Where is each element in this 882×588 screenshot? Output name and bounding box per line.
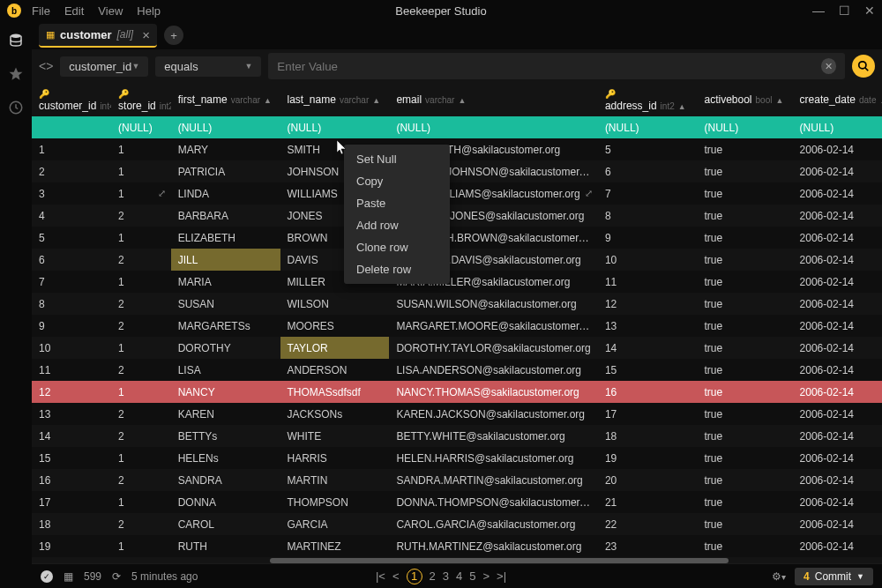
cell[interactable]: 17 (598, 403, 698, 425)
filter-value-input[interactable] (277, 60, 820, 73)
cell[interactable]: 2006-02-14 (793, 425, 882, 447)
cell[interactable]: HARRIS (280, 447, 390, 469)
cell[interactable]: 12 (32, 381, 111, 403)
column-header-store_id[interactable]: 🔑store_idint2▲ (111, 83, 171, 116)
cell[interactable]: MARGARETSs (171, 315, 280, 337)
column-header-customer_id[interactable]: 🔑customer_idint4▲ (32, 83, 111, 116)
expand-icon[interactable]: ⤢ (585, 188, 593, 199)
cell[interactable]: DONNA (171, 491, 280, 513)
cell[interactable]: true (697, 249, 792, 271)
cell[interactable]: true (697, 359, 792, 381)
cell[interactable]: 2006-02-14 (793, 337, 882, 359)
cell[interactable]: 2 (111, 469, 171, 491)
star-icon[interactable] (7, 65, 25, 83)
cell[interactable]: DOROTHY (171, 337, 280, 359)
cell[interactable]: 2 (111, 557, 171, 563)
cell[interactable]: true (697, 447, 792, 469)
search-button[interactable] (852, 55, 875, 78)
cell[interactable]: JILL (171, 249, 280, 271)
cell[interactable]: true (697, 425, 792, 447)
cell[interactable]: LISA.ANDERSON@sakilacustomer.org (389, 359, 597, 381)
null-cell[interactable] (32, 116, 111, 138)
page-first[interactable]: |< (376, 569, 385, 583)
cell[interactable]: 2 (111, 249, 171, 271)
code-icon[interactable]: <> (39, 59, 53, 73)
table-row[interactable]: 162SANDRAMARTINSANDRA.MARTIN@sakilacusto… (32, 469, 882, 491)
cell[interactable]: MOORES (280, 315, 390, 337)
context-menu-item[interactable]: Set Null (344, 148, 450, 170)
table-row[interactable]: 171DONNATHOMPSONDONNA.THOMPSON@sakilacus… (32, 491, 882, 513)
null-cell[interactable]: (NULL) (111, 116, 171, 138)
cell[interactable]: 1 (111, 227, 171, 249)
cell[interactable]: 8 (32, 293, 111, 315)
cell[interactable]: true (697, 337, 792, 359)
cell[interactable]: 10 (598, 249, 698, 271)
cell[interactable]: 7 (32, 271, 111, 293)
cell[interactable]: 1 (32, 138, 111, 160)
cell[interactable]: HELENs (171, 447, 280, 469)
cell[interactable]: 2006-02-14 (793, 403, 882, 425)
cell[interactable]: CAROL.GARCIA@sakilacustomer.org (389, 513, 597, 535)
cell[interactable]: 11 (598, 271, 698, 293)
cell[interactable]: 21 (598, 491, 698, 513)
cell[interactable]: true (697, 491, 792, 513)
cell[interactable]: 4 (32, 205, 111, 227)
cell[interactable]: SANDRA.MARTIN@sakilacustomer.org (389, 469, 597, 491)
cell[interactable]: 13 (32, 403, 111, 425)
column-header-last_name[interactable]: last_namevarchar▲ (280, 83, 390, 116)
cell[interactable]: MARY (171, 138, 280, 160)
context-menu-item[interactable]: Add row (344, 214, 450, 236)
cell[interactable]: 5 (32, 227, 111, 249)
expand-icon[interactable]: ⤢ (158, 188, 166, 199)
table-row[interactable]: 71MARIAMILLERMARIA.MILLER@sakilacustomer… (32, 271, 882, 293)
table-row[interactable]: 21PATRICIAJOHNSONPATRICIA.JOHNSON@sakila… (32, 160, 882, 182)
horizontal-scrollbar[interactable] (270, 558, 729, 563)
cell[interactable]: true (697, 205, 792, 227)
cell[interactable]: 15 (32, 447, 111, 469)
filter-column-select[interactable]: customer_id▼ (60, 56, 148, 77)
cell[interactable]: RUTH (171, 535, 280, 557)
cell[interactable]: true (697, 160, 792, 182)
page-5[interactable]: 5 (469, 569, 475, 583)
null-cell[interactable]: (NULL) (171, 116, 280, 138)
cell[interactable]: 2 (111, 425, 171, 447)
cell[interactable]: HELEN.HARRIS@sakilacustomer.org (389, 447, 597, 469)
column-header-email[interactable]: emailvarchar▲ (389, 83, 597, 116)
tab-customer[interactable]: ▦ customer [all] × (39, 24, 157, 48)
page-3[interactable]: 3 (443, 569, 449, 583)
table-row[interactable]: 132KARENJACKSONsKAREN.JACKSON@sakilacust… (32, 403, 882, 425)
page-next[interactable]: > (482, 569, 490, 583)
cell[interactable]: true (697, 227, 792, 249)
table-row[interactable]: 31⤢LINDAWILLIAMSLINDA.WILLIAMS@sakilacus… (32, 182, 882, 205)
cell[interactable]: 13 (598, 315, 698, 337)
cell[interactable]: 1 (111, 138, 171, 160)
null-cell[interactable]: (NULL) (598, 116, 698, 138)
cell[interactable]: 1 (111, 160, 171, 182)
cell[interactable]: true (697, 293, 792, 315)
cell[interactable]: 2006-02-14 (793, 138, 882, 160)
page-4[interactable]: 4 (456, 569, 462, 583)
add-tab-button[interactable]: + (164, 26, 183, 45)
cell[interactable]: PATRICIA (171, 160, 280, 182)
cell[interactable]: MARGARET.MOORE@sakilacustomer.org (389, 315, 597, 337)
cell[interactable]: 1⤢ (111, 182, 171, 205)
page-last[interactable]: >| (497, 569, 506, 583)
filter-op-select[interactable]: equals▼ (155, 56, 261, 77)
cell[interactable]: CAROL (171, 513, 280, 535)
cell[interactable]: 23 (598, 535, 698, 557)
table-row[interactable]: 191RUTHMARTINEZRUTH.MARTINEZ@sakilacusto… (32, 535, 882, 557)
table-row[interactable]: 11MARYSMITHMARY.SMITH@sakilacustomer.org… (32, 138, 882, 160)
cell[interactable]: BARBARA (171, 205, 280, 227)
menu-help[interactable]: Help (137, 4, 161, 18)
cell[interactable]: 9 (598, 227, 698, 249)
history-icon[interactable] (7, 99, 25, 116)
context-menu-item[interactable]: Paste (344, 192, 450, 214)
close-tab-icon[interactable]: × (142, 27, 150, 42)
table-row[interactable]: 82SUSANWILSONSUSAN.WILSON@sakilacustomer… (32, 293, 882, 315)
table-row[interactable]: 42BARBARAJONESBARBARA.JONES@sakilacustom… (32, 205, 882, 227)
cell[interactable]: LINDA (171, 182, 280, 205)
null-cell[interactable]: (NULL) (389, 116, 597, 138)
cell[interactable]: 2006-02-14 (793, 293, 882, 315)
cell[interactable]: 2 (32, 160, 111, 182)
commit-button[interactable]: 4 Commit ▼ (795, 568, 873, 585)
